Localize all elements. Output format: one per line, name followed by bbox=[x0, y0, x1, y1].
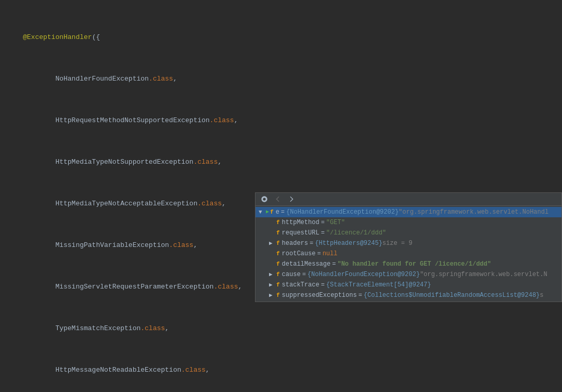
debug-value-requestURL: "/licence/1/ddd" bbox=[326, 228, 386, 238]
debug-row-root[interactable]: ▶ f e = {NoHandlerFoundException@9202} "… bbox=[256, 207, 561, 217]
debug-value-httpMethod: "GET" bbox=[326, 217, 345, 228]
debug-field-icon: f bbox=[276, 280, 280, 290]
debug-content: ▶ f e = {NoHandlerFoundException@9202} "… bbox=[256, 206, 561, 302]
debug-varname-headers: headers bbox=[282, 238, 308, 249]
expand-icon-headers[interactable] bbox=[269, 238, 275, 249]
debug-settings-button[interactable] bbox=[259, 194, 270, 204]
expand-icon-stackTrace[interactable] bbox=[269, 280, 275, 290]
debug-value-root: {NoHandlerFoundException@9202} bbox=[286, 207, 399, 217]
line-numbers bbox=[0, 0, 19, 392]
debug-value-headers: {HttpHeaders@9245} bbox=[315, 238, 382, 249]
code-line: HttpMessageNotReadableException.class, bbox=[19, 365, 562, 375]
debug-row-cause[interactable]: f cause = {NoHandlerFoundException@9202}… bbox=[256, 269, 561, 280]
editor-area: @ExceptionHandler({ NoHandlerFoundExcept… bbox=[0, 0, 562, 392]
expand-icon-suppressedExceptions[interactable] bbox=[269, 290, 275, 300]
debug-value-root-str: "org.springframework.web.servlet.NoHandl bbox=[399, 207, 548, 217]
debug-row-headers[interactable]: f headers = {HttpHeaders@9245} size = 9 bbox=[256, 238, 561, 249]
debug-varname-stackTrace: stackTrace bbox=[282, 280, 320, 290]
debug-field-icon: f bbox=[276, 238, 280, 249]
debug-varname-rootCause: rootCause bbox=[282, 249, 316, 259]
debug-back-button[interactable] bbox=[272, 194, 284, 204]
debug-row-detailMessage[interactable]: f detailMessage = "No handler found for … bbox=[256, 259, 561, 269]
debug-field-icon: f bbox=[276, 217, 280, 228]
debug-field-icon: f bbox=[276, 228, 280, 238]
debug-value-cause: {NoHandlerFoundException@9202} bbox=[308, 269, 420, 280]
debug-value-suppressedExceptions: {Collections$UnmodifiableRandomAccessLis… bbox=[364, 290, 540, 300]
debug-row-httpMethod[interactable]: f httpMethod = "GET" bbox=[256, 217, 561, 228]
code-line: TypeMismatchException.class, bbox=[19, 323, 562, 334]
back-icon bbox=[274, 195, 282, 203]
debug-value-rootCause: null bbox=[323, 249, 338, 259]
debug-field-icon: f bbox=[276, 259, 280, 269]
debug-varname-httpMethod: httpMethod bbox=[282, 217, 320, 228]
debug-row-suppressedExceptions[interactable]: f suppressedExceptions = {Collections$Un… bbox=[256, 290, 561, 300]
debug-varname-detailMessage: detailMessage bbox=[282, 259, 331, 269]
debug-panel: ▶ f e = {NoHandlerFoundException@9202} "… bbox=[255, 192, 562, 302]
debug-value-suppressed-s: s bbox=[540, 290, 543, 300]
go-indicator: ▶ bbox=[266, 207, 269, 217]
debug-equals: = bbox=[281, 207, 285, 217]
annotation: @ExceptionHandler bbox=[23, 33, 92, 41]
debug-row-stackTrace[interactable]: f stackTrace = {StackTraceElement[54]@92… bbox=[256, 280, 561, 290]
debug-field-icon: f bbox=[270, 207, 274, 217]
debug-varname-suppressedExceptions: suppressedExceptions bbox=[282, 290, 357, 300]
expand-icon-root[interactable] bbox=[259, 207, 265, 217]
debug-row-requestURL[interactable]: f requestURL = "/licence/1/ddd" bbox=[256, 228, 561, 238]
debug-forward-button[interactable] bbox=[286, 194, 297, 204]
debug-value-headers-size: size = 9 bbox=[382, 238, 413, 249]
debug-varname-e: e bbox=[276, 207, 279, 217]
debug-toolbar bbox=[256, 193, 561, 206]
code-line: NoHandlerFoundException.class, bbox=[19, 74, 562, 84]
debug-row-rootCause[interactable]: f rootCause = null bbox=[256, 249, 561, 259]
code-line: HttpMediaTypeNotSupportedException.class… bbox=[19, 157, 562, 167]
debug-varname-cause: cause bbox=[282, 269, 301, 280]
expand-icon-cause[interactable] bbox=[269, 269, 275, 280]
debug-value-stackTrace: {StackTraceElement[54]@9247} bbox=[326, 280, 431, 290]
debug-value-detailMessage: "No handler found for GET /licence/1/ddd… bbox=[337, 259, 491, 269]
debug-value-cause-str: "org.springframework.web.servlet.N bbox=[420, 269, 547, 280]
debug-varname-requestURL: requestURL bbox=[282, 228, 320, 238]
debug-field-icon: f bbox=[276, 269, 280, 280]
code-line: @ExceptionHandler({ bbox=[19, 32, 562, 43]
settings-icon bbox=[261, 195, 268, 203]
debug-field-icon: f bbox=[276, 290, 280, 300]
code-line: HttpRequestMethodNotSupportedException.c… bbox=[19, 115, 562, 126]
forward-icon bbox=[288, 195, 295, 203]
debug-field-icon: f bbox=[276, 249, 280, 259]
